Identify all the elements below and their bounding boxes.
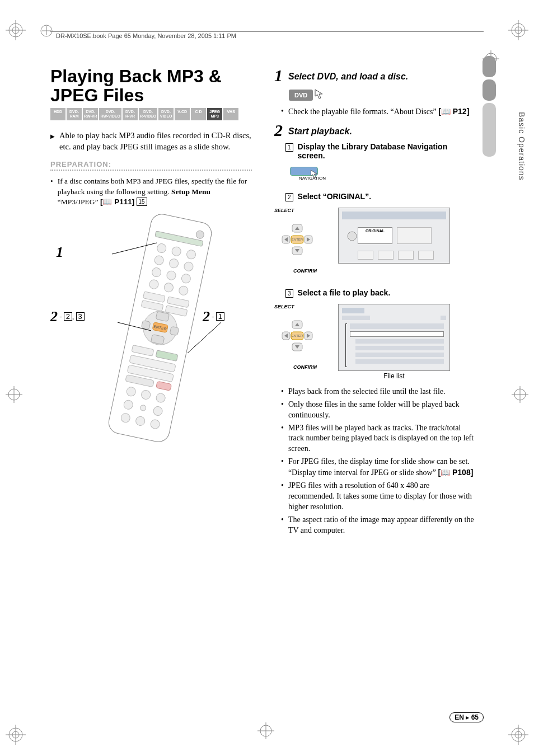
svg-text:ENTER: ENTER xyxy=(292,238,303,241)
format-chip: V-CD xyxy=(175,108,190,120)
format-chip: DVD-RW-VR xyxy=(83,108,98,120)
svg-rect-33 xyxy=(483,103,496,157)
substep-3-text: Select a file to play back. xyxy=(298,288,391,297)
format-strip: HDDDVD-RAMDVD-RW-VRDVD-RW-VIDEODVD-R-VRD… xyxy=(50,108,252,120)
list-item: JPEG files with a resolution of 640 x 48… xyxy=(281,481,476,513)
preparation-text: If a disc contains both MP3 and JPEG fil… xyxy=(58,176,252,207)
cursor-pointer-icon xyxy=(313,87,329,101)
bullet-icon xyxy=(281,515,284,536)
svg-point-88 xyxy=(348,232,357,241)
callout-1: 1 xyxy=(56,244,63,261)
bullet-icon xyxy=(281,400,284,421)
step-number-1: 1 xyxy=(274,67,283,84)
crop-mark-icon xyxy=(508,20,528,40)
page-footer: EN ▶ 65 xyxy=(449,712,484,722)
select-confirm-graphic: SELECT ENTER CONFIRM xyxy=(274,304,330,380)
crop-mark-icon xyxy=(6,20,26,40)
format-chip: DVD-R-VIDEO xyxy=(139,108,157,120)
svg-rect-56 xyxy=(141,320,151,330)
format-chip: VHS xyxy=(223,108,238,120)
crop-mark-icon xyxy=(257,722,274,739)
select-confirm-graphic: SELECT ENTER CONFIRM xyxy=(274,208,330,274)
list-item: For JPEG files, the display time for sli… xyxy=(281,457,476,478)
bullet-icon xyxy=(50,176,53,207)
format-chip: DVD-RW-VIDEO xyxy=(99,108,121,120)
substep-1-text: Display the Library Database Navigation … xyxy=(298,142,476,160)
triangle-bullet-icon: ▶ xyxy=(50,133,55,152)
crop-mark-icon xyxy=(508,725,528,745)
step-title-2: Start playback. xyxy=(288,126,352,137)
substep-box: 1 xyxy=(285,143,293,152)
list-item: Plays back from the selected file until … xyxy=(281,387,476,397)
callout-2-right: 2 - 1 xyxy=(203,308,224,325)
svg-rect-57 xyxy=(170,326,179,336)
substep-box: 3 xyxy=(285,289,293,298)
screen-preview-original: ORIGINAL xyxy=(338,208,450,264)
header-circle-icon xyxy=(40,25,53,37)
dvd-badge: DVD xyxy=(289,90,313,101)
crop-mark-icon xyxy=(6,725,26,745)
preparation-heading: PREPARATION: xyxy=(50,160,252,168)
lead-text: Able to play back MP3 audio files record… xyxy=(59,130,252,152)
step1-bullet: Check the playable file formats. “About … xyxy=(288,106,469,118)
crop-mark-icon xyxy=(6,386,22,403)
crop-mark-icon xyxy=(512,386,528,403)
bullet-icon xyxy=(281,457,284,478)
remote-diagram: ENTER xyxy=(50,210,252,451)
header-rule xyxy=(50,31,484,32)
bullet-icon xyxy=(281,387,284,397)
format-chip: C D xyxy=(191,108,206,120)
format-chip: DVD-RAM xyxy=(67,108,82,120)
svg-rect-32 xyxy=(483,79,496,101)
svg-line-77 xyxy=(188,322,221,353)
step-title-1: Select DVD, and load a disc. xyxy=(288,72,408,82)
list-item: The aspect ratio of the image may appear… xyxy=(281,515,476,536)
list-item: Only those files in the same folder will… xyxy=(281,400,476,421)
screen-preview-filelist xyxy=(338,304,450,371)
section-tab xyxy=(479,56,496,157)
bullet-icon xyxy=(281,423,284,455)
format-chip: JPEGMP3 xyxy=(207,108,222,120)
substep-2-text: Select “ORIGINAL”. xyxy=(298,192,371,201)
file-list-label: File list xyxy=(338,372,450,380)
section-tab-label: Basic Operations xyxy=(517,112,526,181)
format-chip: HDD xyxy=(50,108,65,120)
svg-text:ENTER: ENTER xyxy=(292,334,303,337)
bullet-icon xyxy=(281,481,284,513)
bullet-icon xyxy=(281,106,284,118)
step-number-2: 2 xyxy=(274,122,283,139)
format-chip: DVD-R-VR xyxy=(123,108,138,120)
list-item: MP3 files will be played back as tracks.… xyxy=(281,423,476,455)
navigation-button-graphic: NAVIGATION xyxy=(290,167,335,181)
callout-2-left: 2 - 2, 3 xyxy=(50,308,85,325)
substep-box: 2 xyxy=(285,193,293,201)
page-title: Playing Back MP3 & JPEG Files xyxy=(50,67,252,105)
running-header: DR-MX10SE.book Page 65 Monday, November … xyxy=(56,32,236,39)
format-chip: DVD-VIDEO xyxy=(158,108,174,120)
svg-rect-31 xyxy=(483,56,496,77)
dotted-rule xyxy=(50,170,252,171)
